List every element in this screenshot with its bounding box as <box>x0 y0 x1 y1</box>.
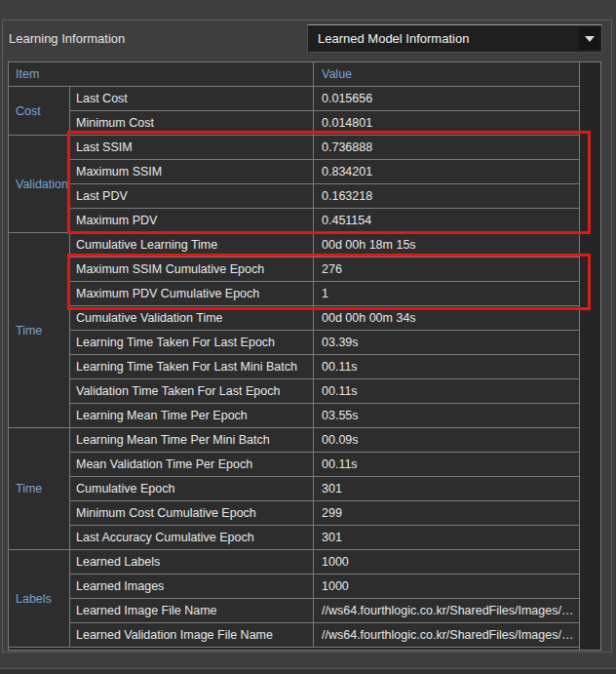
row-value: //ws64.fourthlogic.co.kr/SharedFiles/Ima… <box>314 599 579 623</box>
row-label: Maximum PDV <box>70 209 314 233</box>
row-value: 00.11s <box>314 453 579 477</box>
table-row[interactable]: Maximum PDV Cumulative Epoch 1 <box>70 282 579 306</box>
row-label: Last PDV <box>70 184 314 209</box>
table-header-row: Item Value <box>9 62 579 87</box>
table-group-labels: Labels Learned Labels 1000 Learned Image… <box>9 550 579 648</box>
table-group-validation: Validation Last SSIM 0.736888 Maximum SS… <box>9 136 579 233</box>
table-row[interactable]: Learning Mean Time Per Epoch 03.55s <box>70 404 579 428</box>
row-value: 299 <box>314 501 579 526</box>
row-value: 1000 <box>314 575 579 599</box>
table-row[interactable]: Last Accuracy Cumulative Epoch 301 <box>70 526 579 550</box>
group-label-cost: Cost <box>9 87 70 136</box>
row-value: 1 <box>314 282 579 306</box>
table-row[interactable]: Learned Validation Image File Name //ws6… <box>70 623 579 648</box>
row-label: Learned Validation Image File Name <box>70 623 314 648</box>
table-row[interactable]: Minimum Cost 0.014801 <box>70 111 579 136</box>
table-row[interactable]: Learned Image File Name //ws64.fourthlog… <box>70 599 579 623</box>
table-group-time-1: Time Cumulative Learning Time 00d 00h 18… <box>9 233 579 428</box>
row-label: Maximum SSIM <box>70 160 314 184</box>
group-rows: Learning Mean Time Per Mini Batch 00.09s… <box>70 428 579 550</box>
row-value: 0.834201 <box>314 160 579 184</box>
file-path-text: //ws64.fourthlogic.co.kr/SharedFiles/Ima… <box>322 603 579 619</box>
row-label: Maximum SSIM Cumulative Epoch <box>70 258 314 282</box>
row-value: 00.11s <box>314 355 579 379</box>
row-label: Last Accuracy Cumulative Epoch <box>70 526 314 550</box>
table-row[interactable]: Learning Mean Time Per Mini Batch 00.09s <box>70 428 579 453</box>
model-information-dropdown[interactable]: Learned Model Information <box>307 24 602 53</box>
row-value: 00d 00h 18m 15s <box>314 233 579 258</box>
dropdown-arrow-button[interactable] <box>579 27 599 50</box>
table-row[interactable]: Validation Time Taken For Last Epoch 00.… <box>70 379 579 404</box>
row-label: Learning Time Taken For Last Epoch <box>70 331 314 355</box>
row-label: Minimum Cost Cumulative Epoch <box>70 501 314 526</box>
row-label: Cumulative Learning Time <box>70 233 314 258</box>
table-row[interactable]: Maximum PDV 0.451154 <box>70 209 579 233</box>
group-label-labels: Labels <box>9 550 70 648</box>
row-value: 0.163218 <box>314 184 579 209</box>
table-row[interactable]: Maximum SSIM Cumulative Epoch 276 <box>70 258 579 282</box>
group-rows: Learned Labels 1000 Learned Images 1000 … <box>70 550 579 648</box>
row-label: Last SSIM <box>70 136 314 160</box>
table-row[interactable]: Learned Images 1000 <box>70 575 579 599</box>
row-label: Cumulative Validation Time <box>70 306 314 331</box>
row-value: 276 <box>314 258 579 282</box>
row-value: 0.014801 <box>314 111 579 136</box>
chevron-down-icon <box>585 36 595 42</box>
table-row[interactable]: Learning Time Taken For Last Mini Batch … <box>70 355 579 379</box>
row-value: 00.09s <box>314 428 579 453</box>
row-label: Mean Validation Time Per Epoch <box>70 453 314 477</box>
row-value: 0.736888 <box>314 136 579 160</box>
group-label-validation: Validation <box>9 136 70 233</box>
row-label: Learning Time Taken For Last Mini Batch <box>70 355 314 379</box>
row-label: Maximum PDV Cumulative Epoch <box>70 282 314 306</box>
row-label: Minimum Cost <box>70 111 314 136</box>
group-label-time-2: Time <box>9 428 70 550</box>
column-header-value: Value <box>314 62 579 87</box>
learning-info-table: Item Value Cost Last Cost 0.015656 Minim… <box>8 61 601 651</box>
table-row[interactable]: Last PDV 0.163218 <box>70 184 579 209</box>
panel-title: Learning Information <box>9 31 125 46</box>
table-row[interactable]: Cumulative Epoch 301 <box>70 477 579 501</box>
column-header-item: Item <box>9 62 314 87</box>
group-rows: Cumulative Learning Time 00d 00h 18m 15s… <box>70 233 579 428</box>
row-value: 00d 00h 00m 34s <box>314 306 579 331</box>
table-row[interactable]: Learned Labels 1000 <box>70 550 579 575</box>
group-rows: Last SSIM 0.736888 Maximum SSIM 0.834201… <box>70 136 579 233</box>
row-value: 03.39s <box>314 331 579 355</box>
table-row[interactable]: Last Cost 0.015656 <box>70 87 579 111</box>
table-row[interactable]: Last SSIM 0.736888 <box>70 136 579 160</box>
table-main: Item Value Cost Last Cost 0.015656 Minim… <box>9 62 579 650</box>
learning-information-panel: Learning Information Learned Model Infor… <box>2 20 612 653</box>
row-value: 03.55s <box>314 404 579 428</box>
table-row[interactable]: Cumulative Validation Time 00d 00h 00m 3… <box>70 306 579 331</box>
window-bottom-edge <box>0 668 616 674</box>
row-label: Cumulative Epoch <box>70 477 314 501</box>
table-row[interactable]: Learning Time Taken For Last Epoch 03.39… <box>70 331 579 355</box>
table-row[interactable]: Minimum Cost Cumulative Epoch 299 <box>70 501 579 526</box>
row-value: //ws64.fourthlogic.co.kr/SharedFiles/Ima… <box>314 623 579 648</box>
row-value: 00.11s <box>314 379 579 404</box>
file-path-text: //ws64.fourthlogic.co.kr/SharedFiles/Ima… <box>322 627 579 644</box>
row-value: 0.451154 <box>314 209 579 233</box>
row-label: Learning Mean Time Per Epoch <box>70 404 314 428</box>
row-label: Validation Time Taken For Last Epoch <box>70 379 314 404</box>
dropdown-selected-value: Learned Model Information <box>318 31 469 46</box>
row-label: Learned Labels <box>70 550 314 575</box>
row-label: Last Cost <box>70 87 314 111</box>
table-row[interactable]: Mean Validation Time Per Epoch 00.11s <box>70 453 579 477</box>
table-group-time-2: Time Learning Mean Time Per Mini Batch 0… <box>9 428 579 550</box>
row-label: Learned Images <box>70 575 314 599</box>
row-value: 1000 <box>314 550 579 575</box>
row-value: 0.015656 <box>314 87 579 111</box>
row-value: 301 <box>314 477 579 501</box>
vertical-scrollbar-track <box>579 62 600 650</box>
group-rows: Last Cost 0.015656 Minimum Cost 0.014801 <box>70 87 579 136</box>
table-row[interactable]: Maximum SSIM 0.834201 <box>70 160 579 184</box>
table-group-cost: Cost Last Cost 0.015656 Minimum Cost 0.0… <box>9 87 579 136</box>
table-row[interactable]: Cumulative Learning Time 00d 00h 18m 15s <box>70 233 579 258</box>
row-label: Learning Mean Time Per Mini Batch <box>70 428 314 453</box>
group-label-time-1: Time <box>9 233 70 428</box>
row-value: 301 <box>314 526 579 550</box>
row-label: Learned Image File Name <box>70 599 314 623</box>
